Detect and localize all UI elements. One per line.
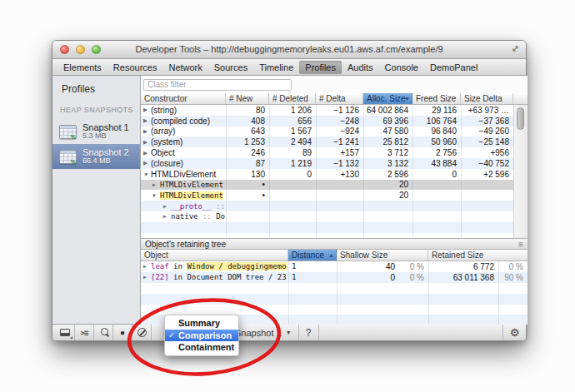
tab-profiles[interactable]: Profiles [299, 61, 342, 74]
retainer-row-22[interactable]: ▶[22] in Document DOM tree / 23 1 0 0 % … [141, 272, 528, 283]
tab-console[interactable]: Console [379, 61, 424, 74]
heap-row-htmldivelement[interactable]: ▼HTMLDivElement 1300+1302 5960+2 596 [141, 169, 528, 180]
tab-network[interactable]: Network [162, 61, 208, 74]
dock-button[interactable] [56, 325, 75, 340]
disclosure-icon[interactable]: ▶ [143, 107, 151, 113]
column-header-distance[interactable]: Distance▲ [288, 250, 337, 261]
column-header-alloc-size[interactable]: Alloc. Size▼ [363, 93, 412, 104]
retaining-tree-section-header: Object's retaining tree ≡ [141, 238, 528, 250]
heap-table-header: Constructor # New # Deleted # Delta Allo… [141, 93, 528, 105]
shallow-size-percent: 0 % [399, 262, 428, 271]
heap-row-array[interactable]: ▶(array) 6431 567−92447 58096 840−49 260 [141, 127, 528, 137]
property-separator: :: [216, 202, 225, 211]
devtools-window: Developer Tools – http://debuggingmemory… [52, 40, 527, 341]
settings-button[interactable]: ⚙ [502, 325, 526, 340]
shallow-size-value: 40 [337, 262, 399, 271]
shallow-size-value: 0 [337, 273, 399, 282]
property-value: Do [216, 212, 225, 221]
tab-audits[interactable]: Audits [342, 61, 379, 74]
heap-row-instance-highlighted[interactable]: ▼HTMLDivElement •20 [141, 190, 528, 201]
heap-row-string[interactable]: ▶(string) 801 206−1 12664 002 86429 116+… [141, 105, 528, 116]
record-button[interactable]: ● [113, 325, 132, 340]
console-icon: >≡ [81, 329, 88, 337]
profiles-sidebar: Profiles HEAP SNAPSHOTS % Snapshot 1 5.3… [52, 76, 141, 324]
sidebar-item-snapshot-1[interactable]: % Snapshot 1 5.3 MB [52, 119, 140, 144]
scrollbar-thumb[interactable] [517, 107, 524, 130]
heap-row-system[interactable]: ▶(system) 1 2532 494−1 24125 81250 960−2… [141, 136, 528, 147]
window-controls [60, 45, 101, 54]
disclosure-icon[interactable]: ▶ [143, 160, 151, 166]
sidebar-item-snapshot-2[interactable]: % Snapshot 2 66.4 MB [52, 144, 140, 169]
retainer-mid: in [173, 262, 182, 270]
disclosure-icon[interactable]: ▶ [143, 139, 151, 146]
vertical-scrollbar[interactable] [513, 105, 528, 238]
section-menu-icon[interactable]: ≡ [518, 240, 523, 249]
heap-row-native[interactable]: ▶native :: Do [141, 211, 528, 222]
tab-timeline[interactable]: Timeline [253, 61, 299, 74]
tab-demopanel[interactable]: DemoPanel [424, 61, 483, 74]
snapshot-size: 66.4 MB [82, 157, 129, 165]
menu-item-comparison[interactable]: ✓Comparison [165, 330, 238, 342]
column-header-delta[interactable]: # Delta [316, 93, 363, 104]
console-button[interactable]: >≡ [75, 325, 94, 340]
close-button[interactable] [60, 45, 69, 54]
retainer-label: [22] [151, 273, 169, 281]
header-corner [513, 93, 528, 104]
column-header-new[interactable]: # New [226, 93, 269, 104]
base-snapshot-label: Snapshot 1 [235, 328, 282, 338]
retainer-mid: in [173, 273, 182, 281]
retainer-row-leaf[interactable]: ▶leaf in Window / debuggingmemo 1 40 0 %… [141, 261, 528, 272]
window-titlebar[interactable]: Developer Tools – http://debuggingmemory… [52, 41, 526, 59]
zoom-button[interactable] [92, 45, 101, 54]
tab-elements[interactable]: Elements [58, 61, 108, 74]
constructor-name: HTMLDivElement [151, 170, 216, 179]
disclosure-icon[interactable]: ▶ [152, 181, 160, 188]
search-icon [101, 328, 108, 335]
retained-size-percent: 0 % [498, 262, 528, 271]
filter-toolbar [141, 76, 528, 93]
disclosure-icon[interactable]: ▶ [143, 128, 151, 135]
constructor-name: (closure) [151, 159, 183, 168]
column-header-shallow-size[interactable]: Shallow Size [337, 250, 428, 261]
heap-row-object[interactable]: ▶Object 24689+1573 7122 756+956 [141, 147, 528, 158]
column-header-retained-size[interactable]: Retained Size [428, 250, 528, 261]
disclosure-icon[interactable]: ▶ [143, 274, 151, 280]
disclosure-icon[interactable]: ▼ [143, 171, 151, 177]
minimize-button[interactable] [76, 45, 85, 54]
help-button[interactable]: ? [299, 325, 319, 340]
heap-row-compiled-code[interactable]: ▶(compiled code) 408656−24869 396106 764… [141, 116, 528, 127]
retained-size-value: 63 011 368 [428, 273, 498, 282]
record-icon: ● [120, 329, 125, 337]
statusbar: >≡ ● Snapshot 1▼ ? ⚙ [52, 324, 526, 340]
class-filter-input[interactable] [143, 79, 292, 91]
disclosure-icon[interactable]: ▶ [163, 213, 171, 220]
heap-table-body: ▶(string) 801 206−1 12664 002 86429 116+… [141, 105, 528, 238]
chevron-down-icon: ▼ [286, 330, 292, 335]
tab-sources[interactable]: Sources [208, 61, 253, 74]
disclosure-icon[interactable]: ▶ [143, 263, 151, 270]
heap-comparison-view: Constructor # New # Deleted # Delta Allo… [141, 76, 528, 324]
heap-row-proto[interactable]: ▶__proto__ :: [141, 201, 528, 211]
snapshot-size: 5.3 MB [82, 132, 129, 140]
disclosure-icon[interactable]: ▶ [163, 203, 171, 210]
panel-tabbar: Elements Resources Network Sources Timel… [52, 59, 526, 76]
disclosure-icon[interactable]: ▶ [143, 117, 151, 124]
column-header-constructor[interactable]: Constructor [141, 93, 226, 104]
column-header-object[interactable]: Object [141, 250, 288, 261]
column-header-deleted[interactable]: # Deleted [269, 93, 316, 104]
heap-row-closure[interactable]: ▶(closure) 871 219−1 1323 13243 884−40 7… [141, 158, 528, 169]
checkmark-icon: ✓ [168, 330, 175, 342]
clear-button[interactable] [132, 325, 152, 340]
column-header-size-delta[interactable]: Size Delta [461, 93, 513, 104]
disclosure-icon[interactable]: ▼ [152, 192, 160, 199]
heap-row-instance-selected[interactable]: ▶HTMLDivElement •20 [141, 180, 528, 191]
menu-item-summary[interactable]: Summary [165, 317, 238, 330]
tab-resources[interactable]: Resources [108, 61, 163, 74]
disclosure-icon[interactable]: ▶ [143, 150, 151, 156]
search-button[interactable] [94, 325, 113, 340]
menu-item-containment[interactable]: Containment [165, 341, 238, 354]
desktop-background: Developer Tools – http://debuggingmemory… [0, 0, 575, 392]
column-header-freed-size[interactable]: Freed Size [412, 93, 461, 104]
retained-size-value: 6 772 [428, 262, 498, 271]
section-title: Object's retaining tree [145, 240, 226, 249]
